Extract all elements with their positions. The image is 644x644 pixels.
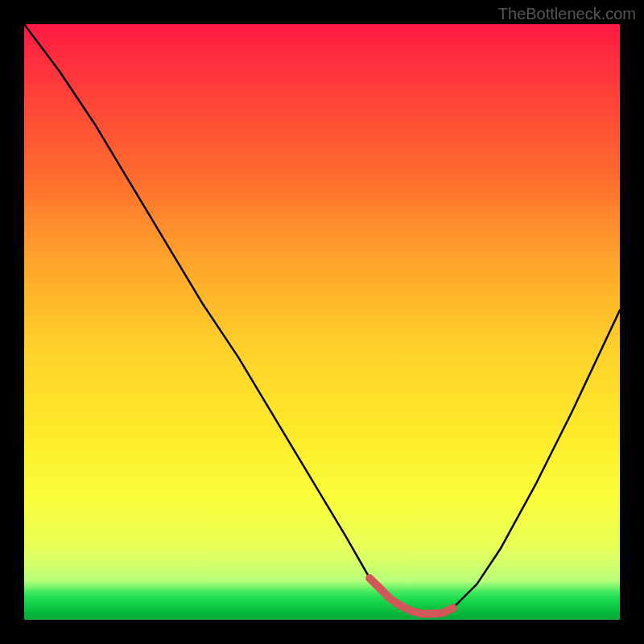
chart-svg	[24, 24, 620, 620]
attribution-text: TheBottleneck.com	[498, 5, 636, 23]
bottleneck-curve	[24, 24, 620, 614]
optimal-range-marker	[369, 578, 453, 613]
chart-plot-area	[24, 24, 620, 620]
